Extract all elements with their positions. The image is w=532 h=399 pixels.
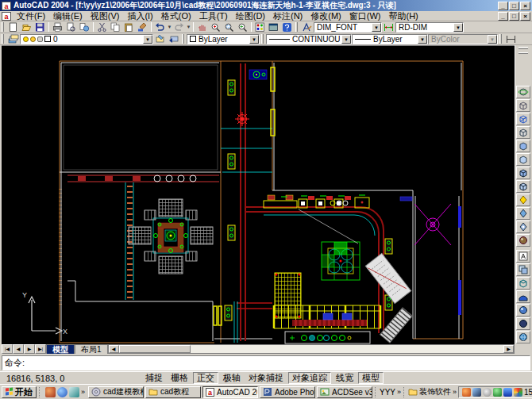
paste-icon[interactable] — [122, 21, 136, 33]
gouraud-shaded-icon[interactable] — [516, 153, 530, 166]
materials-icon[interactable] — [516, 207, 530, 220]
menu-insert[interactable]: 插入(I) — [123, 11, 156, 21]
surface-icon[interactable] — [516, 290, 530, 303]
task-cad-tutorial-folder[interactable]: cad教程 — [145, 386, 201, 398]
decor-chevron-icon[interactable]: » — [453, 388, 457, 396]
gouraud-shaded-edges-icon[interactable] — [516, 180, 530, 193]
dim-style-combo[interactable]: RD-DIM ▼ — [395, 22, 464, 33]
menu-draw[interactable]: 绘图(D) — [232, 11, 269, 21]
scroll-left-icon[interactable]: ◀ — [109, 345, 119, 353]
toggle-polar[interactable]: 极轴 — [220, 373, 244, 383]
toggle-osnap[interactable]: 对象捕捉 — [245, 373, 287, 383]
design-center-icon[interactable] — [267, 21, 280, 33]
toggle-grid[interactable]: 栅格 — [168, 373, 191, 383]
new-icon[interactable] — [6, 21, 20, 33]
flat-shaded-edges-icon[interactable] — [516, 167, 530, 179]
drawing-canvas[interactable]: Y X — [2, 45, 515, 344]
menu-modify[interactable]: 修改(M) — [306, 11, 345, 21]
task-adobe-photoshop[interactable]: Adobe Photo... — [260, 386, 315, 398]
layer-on-bulb-icon[interactable] — [23, 36, 29, 42]
toolbar-grip[interactable] — [519, 52, 528, 55]
drawing-file-icon[interactable]: a — [2, 12, 11, 21]
tab-model[interactable]: 模型 — [46, 344, 75, 354]
hide-box-icon[interactable] — [516, 277, 530, 290]
save-icon[interactable] — [33, 21, 47, 33]
hidden-icon[interactable] — [516, 126, 530, 139]
toolbar-grip[interactable] — [375, 387, 377, 397]
yyy-chevron-icon[interactable]: » — [397, 388, 401, 396]
dim-font-style-combo[interactable]: DIM_FONT ▼ — [314, 22, 382, 33]
toggle-ortho[interactable]: 正交 — [193, 372, 218, 384]
mapping-icon[interactable] — [516, 221, 530, 233]
cut-icon[interactable] — [95, 21, 109, 33]
messenger-icon[interactable] — [57, 387, 67, 397]
start-button[interactable]: 开始 — [2, 386, 37, 398]
toolbar-grip[interactable] — [2, 34, 4, 44]
render-text-icon[interactable] — [516, 250, 530, 263]
horizontal-scrollbar[interactable]: ◀ ▶ — [108, 344, 515, 354]
toolbar-grip[interactable] — [2, 22, 4, 32]
linetype-dropdown-icon[interactable]: ▼ — [341, 35, 351, 44]
tray-color-grid-app-icon[interactable] — [514, 388, 522, 397]
tray-orange-app-icon[interactable] — [462, 388, 471, 397]
task-autocad[interactable]: a AutoCAD 200... — [202, 386, 258, 398]
sphere-dark-icon[interactable] — [516, 317, 530, 330]
next-tab-button[interactable]: ▶ — [24, 344, 35, 354]
flat-shaded-icon[interactable] — [516, 140, 530, 152]
last-tab-button[interactable]: ▶| — [35, 344, 46, 354]
scroll-right-icon[interactable]: ▶ — [503, 345, 514, 353]
tab-layout1[interactable]: 布局1 — [75, 344, 108, 354]
menu-view[interactable]: 视图(V) — [87, 11, 124, 21]
redo-dropdown-icon[interactable]: ▼ — [186, 25, 191, 29]
title-bar[interactable]: a AutoCAD 2004 - [f:\yy\yz1\2006年\2006年1… — [0, 0, 532, 11]
dim-style-icon[interactable] — [382, 21, 395, 33]
linear-dimension-icon[interactable] — [504, 33, 518, 44]
tray-gray-app-icon[interactable] — [483, 388, 492, 397]
taskbar-toolbar-decor-software[interactable]: 装饰软件 — [419, 386, 451, 397]
layer-combo[interactable]: 0 ▼ — [20, 34, 153, 44]
linetype-control-combo[interactable]: CONTINUOUS ▼ — [266, 34, 352, 44]
coordinate-readout[interactable]: 16816, 5183, 0 — [0, 374, 141, 383]
redo-icon[interactable] — [172, 21, 186, 33]
restore-button[interactable]: □ — [509, 2, 519, 10]
first-tab-button[interactable]: |◀ — [2, 344, 13, 354]
toggle-lineweight[interactable]: 线宽 — [333, 373, 357, 383]
help-icon[interactable] — [280, 21, 294, 33]
dim-font-dropdown-icon[interactable]: ▼ — [372, 23, 381, 32]
zoom-window-icon[interactable] — [222, 21, 236, 33]
tray-blue-app-icon[interactable] — [472, 388, 481, 397]
pan-realtime-icon[interactable] — [195, 21, 209, 33]
3d-wireframe-icon[interactable] — [516, 113, 530, 125]
browser-icon[interactable] — [45, 387, 56, 397]
tray-green-app-icon[interactable] — [493, 388, 502, 397]
quick-launch-grip[interactable] — [39, 387, 41, 397]
show-desktop-icon[interactable] — [69, 387, 79, 397]
menu-file[interactable]: 文件(F) — [13, 11, 49, 21]
layer-previous-icon[interactable] — [167, 33, 180, 44]
tray-shield-app-icon[interactable] — [503, 388, 512, 397]
menu-help[interactable]: 帮助(H) — [385, 11, 422, 21]
toggle-snap[interactable]: 捕捉 — [142, 373, 166, 383]
copy-icon[interactable] — [109, 21, 122, 33]
task-acdsee[interactable]: ACDSee v3.1... — [317, 386, 372, 398]
lineweight-dropdown-icon[interactable]: ▼ — [418, 35, 427, 44]
prev-tab-button[interactable]: ◀ — [13, 344, 24, 354]
toolbar-grip[interactable] — [519, 47, 528, 49]
layer-thaw-sun-icon[interactable] — [30, 36, 36, 42]
scenes-icon[interactable] — [516, 263, 530, 276]
properties-icon[interactable] — [253, 21, 267, 33]
layer-properties-manager-icon[interactable] — [6, 33, 20, 44]
render-icon[interactable] — [516, 234, 530, 247]
menu-dimension[interactable]: 标注(N) — [269, 11, 306, 21]
plot-icon[interactable] — [51, 21, 64, 33]
command-input-area[interactable]: 命令: — [2, 355, 530, 370]
tray-clock[interactable]: 15:47 — [524, 388, 532, 397]
task-cad-modeling-tutorial[interactable]: cad建模教程... — [88, 386, 144, 398]
toolbar-grip[interactable] — [403, 387, 406, 397]
2d-wireframe-icon[interactable] — [516, 99, 530, 112]
mdi-restore-button[interactable]: □ — [509, 12, 519, 21]
menu-window[interactable]: 窗口(W) — [345, 11, 385, 21]
mdi-close-button[interactable]: × — [520, 12, 530, 21]
match-properties-icon[interactable] — [136, 21, 149, 33]
mdi-minimize-button[interactable]: _ — [498, 12, 508, 21]
